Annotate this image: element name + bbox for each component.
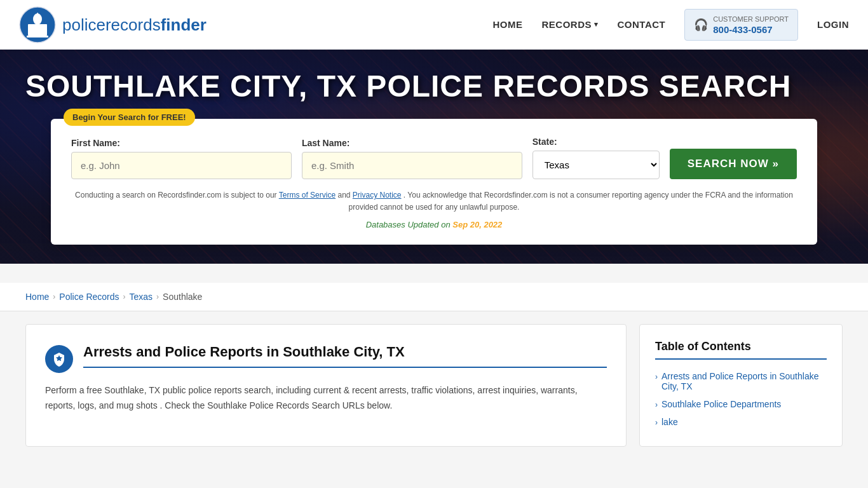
state-select[interactable]: AlabamaAlaskaArizonaArkansasCaliforniaCo… <box>532 151 660 179</box>
chevron-down-icon: ▾ <box>594 20 599 29</box>
main-content: Arrests and Police Reports in Southlake … <box>0 311 868 459</box>
svg-rect-7 <box>43 25 44 34</box>
toc-arrow-icon: › <box>655 418 658 427</box>
last-name-input[interactable] <box>302 152 522 179</box>
main-nav: HOME RECORDS ▾ CONTACT 🎧 CUSTOMER SUPPOR… <box>492 9 849 40</box>
disclaimer-text: Conducting a search on Recordsfinder.com… <box>71 189 797 214</box>
badge-icon <box>45 345 73 373</box>
first-name-input[interactable] <box>71 152 292 179</box>
svg-rect-3 <box>30 25 32 34</box>
headset-icon: 🎧 <box>694 18 708 32</box>
toc-title: Table of Contents <box>655 340 827 360</box>
table-of-contents: Table of Contents ›Arrests and Police Re… <box>639 324 843 447</box>
breadcrumb-state[interactable]: Texas <box>130 292 153 302</box>
terms-of-service-link[interactable]: Terms of Service <box>279 191 336 200</box>
svg-rect-8 <box>27 36 48 37</box>
breadcrumb-sep-3: › <box>156 292 159 301</box>
first-name-group: First Name: <box>71 138 292 179</box>
toc-item: ›Southlake Police Departments <box>655 395 827 413</box>
search-fields: First Name: Last Name: State: AlabamaAla… <box>71 137 797 179</box>
toc-link[interactable]: ›Arrests and Police Reports in Southlake… <box>655 371 827 391</box>
article-title: Arrests and Police Reports in Southlake … <box>83 344 607 368</box>
toc-link[interactable]: ›Southlake Police Departments <box>655 399 827 409</box>
search-card: Begin Your Search for FREE! First Name: … <box>51 119 817 245</box>
breadcrumb: Home › Police Records › Texas › Southlak… <box>0 283 868 311</box>
logo[interactable]: policerecordsfinder <box>19 6 207 43</box>
database-updated: Databases Updated on Sep 20, 2022 <box>71 220 797 229</box>
page-title: SOUTHLAKE CITY, TX POLICE RECORDS SEARCH <box>25 69 843 104</box>
last-name-group: Last Name: <box>302 138 522 179</box>
free-badge: Begin Your Search for FREE! <box>64 109 195 126</box>
toc-link[interactable]: ›lake <box>655 417 827 427</box>
customer-support-box[interactable]: 🎧 CUSTOMER SUPPORT 800-433-0567 <box>684 9 798 40</box>
breadcrumb-sep-1: › <box>53 292 55 301</box>
toc-list: ›Arrests and Police Reports in Southlake… <box>655 367 827 431</box>
search-button[interactable]: SEARCH NOW » <box>670 149 797 179</box>
svg-rect-6 <box>39 25 41 34</box>
shield-star-icon <box>51 351 67 367</box>
svg-rect-9 <box>37 13 39 19</box>
toc-item: ›Arrests and Police Reports in Southlake… <box>655 367 827 395</box>
logo-icon <box>19 6 56 43</box>
hero-section: SOUTHLAKE CITY, TX POLICE RECORDS SEARCH… <box>0 50 868 264</box>
breadcrumb-police-records[interactable]: Police Records <box>59 292 119 302</box>
last-name-label: Last Name: <box>302 138 522 148</box>
nav-home[interactable]: HOME <box>492 19 522 30</box>
site-header: policerecordsfinder HOME RECORDS ▾ CONTA… <box>0 0 868 50</box>
support-phone: 800-433-0567 <box>713 24 789 35</box>
svg-rect-5 <box>36 25 38 34</box>
support-label: CUSTOMER SUPPORT <box>713 15 789 24</box>
state-group: State: AlabamaAlaskaArizonaArkansasCalif… <box>532 137 660 179</box>
article-section: Arrests and Police Reports in Southlake … <box>25 324 627 447</box>
nav-login[interactable]: LOGIN <box>817 19 849 30</box>
article-body: Perform a free Southlake, TX public poli… <box>45 383 607 414</box>
state-label: State: <box>532 137 660 147</box>
breadcrumb-sep-2: › <box>123 292 126 301</box>
logo-text: policerecordsfinder <box>62 15 207 35</box>
nav-records[interactable]: RECORDS ▾ <box>541 19 598 30</box>
breadcrumb-city: Southlake <box>163 292 202 302</box>
toc-item: ›lake <box>655 413 827 431</box>
breadcrumb-home[interactable]: Home <box>25 292 49 302</box>
nav-contact[interactable]: CONTACT <box>618 19 666 30</box>
first-name-label: First Name: <box>71 138 292 148</box>
privacy-notice-link[interactable]: Privacy Notice <box>353 191 402 200</box>
svg-rect-4 <box>33 25 35 34</box>
toc-arrow-icon: › <box>655 372 658 381</box>
toc-arrow-icon: › <box>655 400 658 409</box>
